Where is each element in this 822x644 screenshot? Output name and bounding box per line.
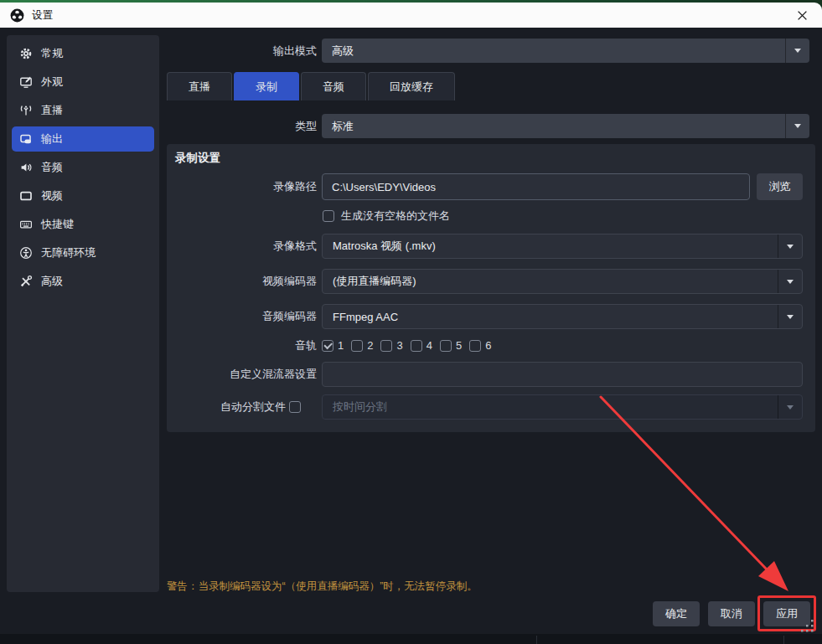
sidebar-item-audio[interactable]: 音频: [12, 155, 154, 180]
auto-split-checkbox[interactable]: [289, 401, 301, 413]
audio-track-5-checkbox[interactable]: [440, 340, 452, 352]
dropdown-arrow-cell: [778, 395, 802, 419]
hotkeys-icon: [19, 218, 33, 231]
sidebar-item-advanced[interactable]: 高级: [12, 269, 154, 294]
recording-format-value: Matroska 视频 (.mkv): [323, 239, 778, 254]
recording-format-label: 录像格式: [167, 234, 317, 259]
audio-track-1: 1: [322, 339, 344, 352]
sidebar-item-label: 无障碍环境: [41, 245, 96, 260]
video-icon: [19, 189, 33, 203]
chevron-down-icon: [794, 124, 801, 131]
dropdown-arrow-cell: [778, 305, 802, 328]
audio-encoder-select[interactable]: FFmpeg AAC: [322, 304, 803, 329]
audio-encoder-value: FFmpeg AAC: [323, 311, 778, 323]
output-mode-label: 输出模式: [167, 39, 317, 63]
audio-track-number: 2: [367, 339, 373, 352]
custom-muxer-label: 自定义混流器设置: [167, 362, 317, 387]
sidebar-item-label: 音频: [41, 160, 63, 175]
recording-settings-header: 录制设置: [175, 151, 220, 166]
audio-track-number: 5: [456, 339, 462, 352]
sidebar-item-general[interactable]: 常规: [12, 41, 154, 66]
recording-path-input[interactable]: [322, 173, 750, 200]
output-mode-select[interactable]: 高级: [322, 39, 809, 63]
auto-split-mode-select[interactable]: 按时间分割: [322, 394, 803, 420]
audio-track-2-checkbox[interactable]: [351, 340, 363, 352]
tab-label: 音频: [323, 80, 344, 95]
sidebar-item-stream[interactable]: 直播: [12, 98, 154, 123]
audio-track-6-checkbox[interactable]: [469, 340, 481, 352]
background-window-edge: [0, 634, 822, 644]
close-button[interactable]: [789, 4, 814, 26]
dropdown-arrow-cell: [785, 39, 809, 63]
sidebar-item-label: 高级: [41, 274, 63, 289]
stream-icon: [19, 104, 33, 117]
custom-muxer-input[interactable]: [322, 362, 803, 387]
tab-replay-buffer[interactable]: 回放缓存: [368, 72, 455, 100]
divider: [536, 636, 537, 644]
ok-button[interactable]: 确定: [653, 601, 700, 626]
sidebar-item-label: 输出: [41, 131, 63, 147]
tab-stream[interactable]: 直播: [167, 72, 232, 100]
sidebar-item-hotkeys[interactable]: 快捷键: [12, 212, 154, 237]
appearance-icon: [19, 75, 33, 89]
sidebar-item-output[interactable]: 输出: [12, 126, 154, 152]
output-icon: [19, 132, 33, 146]
type-select[interactable]: 标准: [322, 114, 809, 138]
sidebar-item-label: 常规: [41, 46, 63, 61]
chevron-down-icon: [787, 245, 794, 252]
close-icon: [797, 10, 808, 21]
settings-window: 设置 常规 外观 直播: [0, 0, 822, 644]
obs-logo-icon: [10, 8, 24, 23]
audio-track-number: 6: [485, 339, 491, 352]
accessibility-icon: [19, 246, 33, 260]
audio-icon: [19, 161, 33, 174]
dropdown-arrow-cell: [778, 270, 802, 293]
chevron-down-icon: [787, 315, 794, 322]
audio-track-row: 1 2 3 4 5 6: [322, 338, 499, 353]
sidebar-item-appearance[interactable]: 外观: [12, 70, 154, 95]
tab-label: 录制: [256, 80, 277, 95]
sidebar-item-label: 视频: [41, 188, 63, 204]
sidebar-item-label: 直播: [41, 103, 63, 118]
auto-split-mode-value: 按时间分割: [323, 399, 778, 415]
dropdown-arrow-cell: [785, 114, 809, 138]
output-tabs: 直播 录制 音频 回放缓存: [167, 72, 455, 100]
window-title: 设置: [32, 8, 53, 23]
browse-button[interactable]: 浏览: [757, 173, 803, 200]
apply-highlight-box: [757, 595, 816, 631]
sidebar-item-video[interactable]: 视频: [12, 183, 154, 209]
tab-label: 直播: [189, 80, 210, 95]
no-space-filename-checkbox[interactable]: [323, 210, 334, 222]
tab-audio[interactable]: 音频: [301, 72, 366, 100]
sidebar-item-label: 快捷键: [41, 217, 74, 232]
video-encoder-value: (使用直播编码器): [323, 274, 778, 289]
tab-label: 回放缓存: [390, 80, 433, 95]
chevron-down-icon: [787, 405, 794, 413]
chevron-down-icon: [794, 49, 801, 56]
titlebar[interactable]: 设置: [0, 3, 822, 28]
recording-format-select[interactable]: Matroska 视频 (.mkv): [322, 234, 803, 259]
no-space-filename-label: 生成没有空格的文件名: [341, 209, 450, 224]
audio-track-label: 音轨: [167, 338, 317, 353]
tab-recording[interactable]: 录制: [234, 72, 299, 100]
audio-track-1-checkbox[interactable]: [322, 340, 333, 352]
audio-track-4-checkbox[interactable]: [411, 340, 422, 352]
video-encoder-label: 视频编码器: [167, 269, 317, 294]
settings-sidebar: 常规 外观 直播 输出: [7, 35, 159, 592]
audio-track-number: 4: [427, 339, 432, 352]
audio-track-number: 3: [396, 339, 402, 352]
audio-track-5: 5: [440, 339, 462, 352]
gear-icon: [19, 47, 33, 60]
type-value: 标准: [322, 119, 785, 134]
pause-warning-text: 警告：当录制编码器设为“（使用直播编码器）”时，无法暂停录制。: [167, 580, 478, 594]
audio-track-4: 4: [411, 339, 432, 352]
no-space-filename-row: 生成没有空格的文件名: [323, 209, 450, 223]
video-encoder-select[interactable]: (使用直播编码器): [322, 269, 803, 294]
advanced-icon: [19, 275, 33, 288]
cancel-button[interactable]: 取消: [708, 601, 755, 626]
sidebar-item-accessibility[interactable]: 无障碍环境: [12, 240, 154, 265]
audio-track-3-checkbox[interactable]: [380, 340, 392, 352]
audio-track-2: 2: [351, 339, 373, 352]
chevron-down-icon: [787, 280, 794, 287]
divider: [783, 636, 784, 644]
